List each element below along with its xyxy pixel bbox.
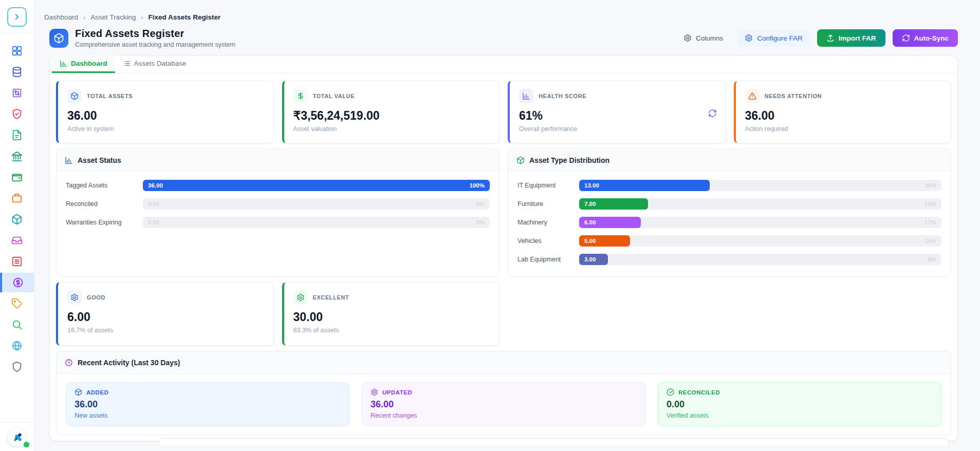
activity-label: RECONCILED bbox=[678, 389, 720, 396]
activity-card-updated: UPDATED 36.00 Recent changes bbox=[362, 382, 645, 426]
bar-track: 3.00 8% bbox=[579, 254, 941, 265]
bar-percent: 0% bbox=[476, 201, 485, 207]
stat-label: NEEDS ATTENTION bbox=[765, 93, 822, 99]
shield-check-icon bbox=[11, 108, 23, 120]
bar-track: 0.00 0% bbox=[143, 217, 490, 228]
bar-value: 6.00 bbox=[584, 219, 596, 226]
sidebar-item-security-check[interactable] bbox=[0, 108, 34, 120]
page-title: Fixed Assets Register bbox=[75, 28, 235, 40]
bar-value: 5.00 bbox=[584, 238, 596, 244]
bank-icon bbox=[11, 151, 23, 162]
sidebar-toggle-button[interactable] bbox=[7, 7, 27, 27]
activity-card-added: ADDED 36.00 New assets bbox=[66, 382, 349, 426]
sidebar-item-warehouse[interactable] bbox=[0, 255, 34, 268]
bar-percent: 100% bbox=[470, 182, 485, 189]
document-icon bbox=[11, 129, 23, 141]
sidebar-item-web[interactable] bbox=[0, 340, 34, 352]
stat-value: 36.00 bbox=[745, 109, 942, 123]
breadcrumb-current: Fixed Assets Register bbox=[149, 13, 221, 21]
box-icon bbox=[516, 156, 525, 164]
stat-value: ₹3,56,24,519.00 bbox=[293, 109, 490, 123]
auto-sync-button-label: Auto-Sync bbox=[914, 34, 949, 42]
activity-label: UPDATED bbox=[382, 389, 412, 396]
asset-type-distribution-header: Asset Type Distribution bbox=[508, 149, 951, 172]
activity-sublabel: Verified assets bbox=[667, 412, 933, 419]
stat-sublabel: Action required bbox=[745, 125, 942, 133]
gear-icon bbox=[683, 34, 692, 42]
database-icon bbox=[11, 66, 23, 78]
bar-track: 0.00 0% bbox=[143, 198, 490, 210]
bar-track: 7.00 19% bbox=[579, 198, 941, 210]
configure-far-button[interactable]: Configure FAR bbox=[737, 29, 810, 47]
tab-assets-database[interactable]: Assets Database bbox=[115, 55, 194, 73]
tab-dashboard[interactable]: Dashboard bbox=[52, 55, 115, 73]
bar-label: Tagged Assets bbox=[66, 182, 143, 189]
condition-section: GOOD 6.00 16.7% of assets EXCELLENT 30.0… bbox=[56, 282, 951, 346]
sidebar-item-search[interactable] bbox=[0, 318, 34, 331]
bar-value: 0.00 bbox=[148, 201, 159, 207]
app-logo[interactable] bbox=[8, 428, 26, 446]
condition-value: 6.00 bbox=[67, 310, 264, 324]
recent-activity-header: Recent Activity (Last 30 Days) bbox=[57, 351, 951, 374]
page-header: Fixed Assets Register Comprehensive asse… bbox=[44, 28, 980, 48]
dist-bar-it-equipment: IT Equipment 13.00 36% bbox=[517, 180, 941, 191]
stat-card-needs-attention: NEEDS ATTENTION 36.00 Action required bbox=[734, 81, 952, 143]
dashboard-body: TOTAL ASSETS 36.00 Active in system TOTA… bbox=[50, 73, 957, 445]
gear-icon bbox=[745, 34, 753, 42]
condition-value: 30.00 bbox=[293, 310, 490, 324]
bar-label: Machinery bbox=[517, 219, 579, 226]
sidebar-footer bbox=[0, 422, 34, 451]
sidebar-item-drawer[interactable] bbox=[0, 234, 34, 247]
sidebar-item-fixed-assets-active[interactable] bbox=[0, 273, 34, 292]
status-bar-tagged-assets: Tagged Assets 36.00 100% bbox=[66, 180, 490, 191]
bar-label: IT Equipment bbox=[517, 182, 579, 189]
activity-value: 36.00 bbox=[75, 399, 341, 410]
sidebar-item-automation[interactable] bbox=[0, 87, 34, 99]
asset-status-title: Asset Status bbox=[78, 156, 121, 164]
breadcrumb-asset-tracking[interactable]: Asset Tracking bbox=[90, 13, 136, 21]
activity-cards: ADDED 36.00 New assets UPDATED 36.00 Rec bbox=[57, 374, 951, 435]
sidebar-item-tags[interactable] bbox=[0, 297, 34, 310]
status-bar-reconciled: Reconciled 0.00 0% bbox=[66, 198, 490, 210]
check-circle-icon bbox=[667, 388, 674, 396]
bar-track: 6.00 17% bbox=[579, 217, 941, 228]
sidebar-item-dashboard[interactable] bbox=[0, 45, 34, 57]
condition-cards: GOOD 6.00 16.7% of assets EXCELLENT 30.0… bbox=[56, 282, 500, 346]
stat-value: 61% bbox=[519, 109, 716, 123]
bar-value: 36.00 bbox=[148, 182, 163, 189]
condition-card-excellent: EXCELLENT 30.00 83.3% of assets bbox=[282, 282, 500, 346]
tag-icon bbox=[11, 298, 23, 309]
sidebar-item-assets[interactable] bbox=[0, 213, 34, 226]
sync-icon bbox=[902, 34, 910, 42]
sidebar-item-documents[interactable] bbox=[0, 129, 34, 141]
chevron-separator-icon: › bbox=[83, 14, 85, 21]
bar-chart-icon bbox=[519, 89, 533, 103]
bar-percent: 36% bbox=[924, 182, 936, 189]
breadcrumb-dashboard[interactable]: Dashboard bbox=[44, 13, 78, 21]
sidebar-item-admin[interactable] bbox=[0, 361, 34, 373]
header-actions: Columns Configure FAR Import FAR Auto-Sy… bbox=[676, 29, 958, 47]
asset-type-distribution-title: Asset Type Distribution bbox=[529, 156, 609, 164]
activity-label: ADDED bbox=[86, 389, 108, 396]
breadcrumb: Dashboard › Asset Tracking › Fixed Asset… bbox=[44, 13, 980, 21]
sidebar-item-wallet[interactable] bbox=[0, 171, 34, 183]
import-far-button[interactable]: Import FAR bbox=[817, 29, 885, 47]
list-icon bbox=[123, 60, 131, 67]
circuit-board-icon bbox=[11, 87, 23, 99]
stat-card-health-score: HEALTH SCORE 61% Overall performance bbox=[508, 81, 726, 143]
drawer-icon bbox=[11, 235, 23, 246]
asset-type-distribution-panel: Asset Type Distribution IT Equipment 13.… bbox=[508, 148, 951, 277]
box-icon bbox=[53, 33, 64, 44]
sidebar-item-briefcase[interactable] bbox=[0, 192, 34, 204]
chevron-separator-icon: › bbox=[141, 14, 143, 21]
condition-card-good: GOOD 6.00 16.7% of assets bbox=[56, 282, 274, 346]
refresh-health-icon[interactable] bbox=[708, 109, 717, 120]
columns-button[interactable]: Columns bbox=[676, 29, 730, 47]
stat-sublabel: Asset valuation bbox=[293, 125, 490, 133]
auto-sync-button[interactable]: Auto-Sync bbox=[893, 29, 958, 47]
sidebar-item-database[interactable] bbox=[0, 66, 34, 78]
gear-icon bbox=[293, 290, 308, 305]
bar-track: 5.00 14% bbox=[579, 235, 941, 247]
sidebar-item-bank[interactable] bbox=[0, 150, 34, 162]
stat-sublabel: Overall performance bbox=[519, 125, 716, 133]
